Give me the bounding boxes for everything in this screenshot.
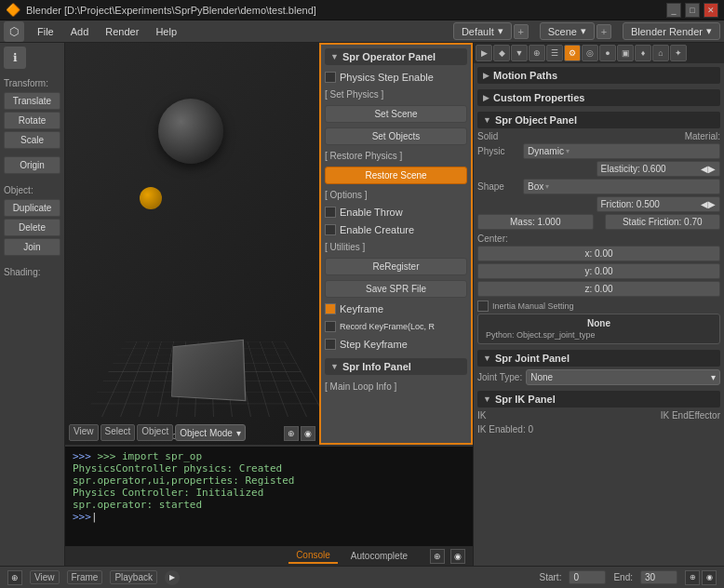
menu-add[interactable]: Add — [63, 24, 97, 39]
start-input[interactable] — [569, 570, 606, 584]
physics-step-checkbox[interactable] — [325, 72, 336, 83]
spr-ik-header[interactable]: ▼ Spr IK Panel — [477, 391, 720, 408]
timeline-playback[interactable]: Playback — [110, 570, 157, 584]
spr-object-header[interactable]: ▼ Spr Object Panel — [477, 112, 720, 128]
console-area: >>> >>> import spr_op PhysicsController … — [65, 445, 473, 566]
props-tab-8[interactable]: ▣ — [617, 45, 634, 61]
end-input[interactable] — [640, 570, 677, 584]
delete-button[interactable]: Delete — [4, 219, 60, 236]
view-menu[interactable]: View — [69, 424, 99, 441]
props-tab-4[interactable]: ☰ — [546, 45, 563, 61]
spr-joint-header[interactable]: ▼ Spr Joint Panel — [477, 350, 720, 367]
window-controls[interactable]: _ □ ✕ — [666, 3, 718, 18]
static-friction-value[interactable]: Static Friction: 0.70 — [605, 214, 721, 230]
ik-enabled: IK Enabled: 0 — [477, 422, 720, 436]
elasticity-value[interactable]: Elasticity: 0.600 ◀▶ — [597, 161, 721, 177]
mode-dropdown[interactable]: Object Mode▾ — [175, 424, 246, 441]
select-menu[interactable]: Select — [101, 424, 136, 441]
props-tab-6[interactable]: ◎ — [582, 45, 598, 61]
shape-dropdown[interactable]: Box ▾ — [523, 179, 720, 194]
menu-help[interactable]: Help — [148, 24, 184, 39]
playback-icon[interactable]: ▶ — [165, 570, 180, 585]
joint-type-select[interactable]: None ▾ — [526, 369, 720, 385]
solid-label: Solid — [477, 131, 519, 141]
join-button[interactable]: Join — [4, 238, 60, 256]
tooltip-python: Python: Object.spr_joint_type — [486, 330, 712, 340]
physic-dropdown[interactable]: Dynamic ▾ — [523, 143, 720, 159]
object-menu[interactable]: Object — [137, 424, 173, 441]
viewport-sphere — [158, 99, 223, 164]
enable-throw-row: Enable Throw — [325, 205, 467, 220]
reregister-button[interactable]: ReRegister — [325, 258, 467, 275]
x-value[interactable]: x: 0.00 — [477, 246, 720, 261]
spr-operator-header[interactable]: ▼ Spr Operator Panel — [325, 48, 467, 65]
timeline-icon-3[interactable]: ◉ — [702, 570, 717, 585]
props-tab-1[interactable]: ◆ — [493, 45, 510, 61]
viewport-icon-2[interactable]: ◉ — [301, 426, 315, 441]
menu-file[interactable]: File — [30, 24, 61, 39]
friction-value[interactable]: Friction: 0.500 ◀▶ — [597, 196, 721, 212]
spr-info-header[interactable]: ▼ Spr Info Panel — [325, 358, 467, 375]
origin-button[interactable]: Origin — [4, 156, 60, 174]
console-tab[interactable]: Console — [288, 548, 338, 564]
timeline-icon[interactable]: ⊕ — [7, 570, 22, 585]
add-scene-button[interactable]: + — [597, 24, 611, 39]
layout-dropdown[interactable]: Default ▾ — [453, 22, 512, 40]
content-row: ℹ Transform: Translate Rotate Scale Orig… — [0, 43, 724, 566]
scene-dropdown[interactable]: Scene ▾ — [540, 22, 595, 40]
rotate-button[interactable]: Rotate — [4, 112, 60, 129]
z-value[interactable]: z: 0.00 — [477, 281, 720, 297]
console-icon-1[interactable]: ⊕ — [430, 549, 445, 564]
mass-value[interactable]: Mass: 1.000 — [477, 214, 594, 230]
props-tab-2[interactable]: ▼ — [511, 45, 528, 61]
set-objects-button[interactable]: Set Objects — [325, 127, 467, 145]
render-engine-dropdown[interactable]: Blender Render ▾ — [623, 22, 720, 40]
save-spr-button[interactable]: Save SPR File — [325, 280, 467, 298]
scale-button[interactable]: Scale — [4, 131, 60, 149]
props-tab-7[interactable]: ● — [599, 45, 616, 61]
timeline-view[interactable]: View — [30, 570, 60, 584]
viewport-icon-1[interactable]: ⊕ — [284, 426, 299, 441]
add-layout-button[interactable]: + — [514, 24, 529, 39]
joint-type-label: Joint Type: — [477, 372, 522, 382]
enable-creature-checkbox[interactable] — [325, 224, 336, 235]
timeline-icon-2[interactable]: ⊕ — [685, 570, 700, 585]
duplicate-button[interactable]: Duplicate — [4, 199, 60, 217]
menu-render[interactable]: Render — [98, 24, 146, 39]
set-scene-button[interactable]: Set Scene — [325, 105, 467, 123]
step-keyframe-checkbox[interactable] — [325, 339, 336, 350]
console-icon-2[interactable]: ◉ — [450, 549, 465, 564]
spr-operator-arrow: ▼ — [330, 52, 339, 61]
props-tab-3[interactable]: ⊕ — [529, 45, 545, 61]
maximize-button[interactable]: □ — [685, 3, 700, 18]
restore-scene-button[interactable]: Restore Scene — [325, 167, 467, 184]
props-tab-5[interactable]: ⚙ — [564, 45, 581, 61]
props-tab-9[interactable]: ♦ — [635, 45, 651, 61]
ik-row: IK IK EndEffector — [477, 410, 720, 421]
custom-properties-header[interactable]: ▶ Custom Properties — [477, 89, 720, 106]
record-keyframe-checkbox[interactable] — [325, 321, 336, 332]
timeline-frame[interactable]: Frame — [67, 570, 103, 584]
props-tab-0[interactable]: ▶ — [476, 45, 492, 61]
spr-operator-panel: ▼ Spr Operator Panel Physics Step Enable… — [319, 43, 473, 445]
enable-throw-checkbox[interactable] — [325, 207, 336, 218]
console-line-4: Physics Controller: Initialized — [73, 487, 465, 499]
props-tab-11[interactable]: ✦ — [670, 45, 687, 61]
translate-button[interactable]: Translate — [4, 92, 60, 110]
blender-logo[interactable]: ⬡ — [4, 21, 24, 42]
info-icon[interactable]: ℹ — [4, 47, 26, 69]
viewport-canvas[interactable] — [65, 43, 319, 445]
y-value[interactable]: y: 0.00 — [477, 263, 720, 279]
ik-end-label: IK EndEffector — [661, 410, 720, 421]
viewport[interactable]: User Ortho (0) block_yu.004 View Select … — [65, 43, 319, 445]
keyframe-checkbox[interactable] — [325, 303, 336, 314]
autocomplete-tab[interactable]: Autocomplete — [343, 549, 415, 563]
motion-paths-header[interactable]: ▶ Motion Paths — [477, 67, 720, 84]
console-input-row: >>> | — [73, 511, 465, 523]
props-tab-10[interactable]: ⌂ — [652, 45, 669, 61]
minimize-button[interactable]: _ — [666, 3, 681, 18]
keyframe-row: Keyframe — [325, 301, 467, 316]
close-button[interactable]: ✕ — [704, 3, 718, 18]
console-line-1: >>> >>> import spr_op — [73, 450, 465, 462]
inertia-checkbox[interactable] — [477, 301, 489, 312]
